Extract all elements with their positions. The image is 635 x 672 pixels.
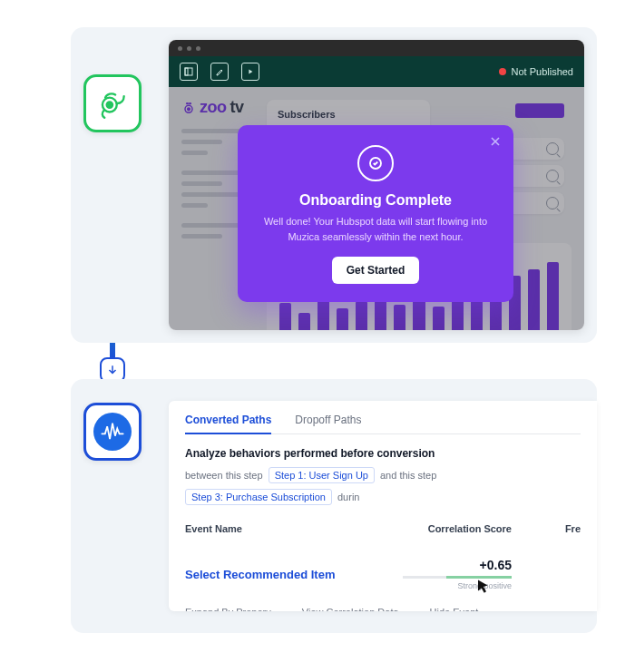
col-frequency: Fre [512,523,581,534]
cursor-icon [475,579,492,595]
close-icon[interactable] [488,134,503,149]
svg-rect-1 [185,68,188,75]
gauge-label: Strong positive [394,581,512,590]
tab-converted-paths[interactable]: Converted Paths [185,414,271,426]
filter-sentence: between this step Step 1: User Sign Up a… [185,467,581,505]
row-actions: Expand By Propery View Correlation Data … [185,607,581,611]
amplitude-app-badge [83,403,142,461]
step-chip-1[interactable]: Step 1: User Sign Up [269,467,375,483]
svg-point-6 [107,102,112,107]
sentence-text: and this step [380,470,436,481]
sentence-text: durin [337,492,359,502]
correlation-gauge [403,576,512,579]
publish-status: Not Published [499,66,574,77]
traffic-dot [196,46,200,51]
col-correlation-score: Correlation Score [394,523,512,534]
traffic-dot [187,46,191,51]
layout-icon[interactable] [180,63,198,81]
onboarding-modal: Onboarding Complete Well done! Your Hubs… [238,125,513,302]
get-started-button[interactable]: Get Started [332,257,420,284]
arrow-down-icon [106,364,119,376]
amplitude-icon [100,419,125,444]
play-icon[interactable] [241,63,259,81]
path-tabs: Converted Paths Dropoff Paths [185,414,581,434]
top-panel: Not Published zootv Subscribers [71,27,597,343]
score-value: +0.65 [394,558,512,572]
modal-body: Well done! Your Hubspot data will start … [258,214,493,244]
analysis-card: Converted Paths Dropoff Paths Analyze be… [169,401,597,611]
edit-icon[interactable] [210,63,229,81]
view-correlation-data-link[interactable]: View Correlation Data [302,607,399,611]
embedded-browser-window: Not Published zootv Subscribers [169,40,584,330]
analysis-subhead: Analyze behaviors performed before conve… [185,447,581,460]
status-text: Not Published [512,66,574,77]
chameleon-app-badge [83,74,142,132]
traffic-dot [178,46,182,51]
col-event-name: Event Name [185,523,394,534]
bottom-panel: Converted Paths Dropoff Paths Analyze be… [71,379,597,633]
app-body: zootv Subscribers [169,87,584,330]
editor-toolbar: Not Published [169,56,584,87]
table-header: Event Name Correlation Score Fre [185,523,581,534]
expand-by-property-link[interactable]: Expand By Propery [185,607,271,611]
modal-title: Onboarding Complete [258,192,493,209]
table-row[interactable]: Select Recommended Item +0.65 Strong pos… [185,558,581,590]
status-dot-icon [499,68,506,75]
window-titlebar [169,40,584,56]
hide-event-link[interactable]: Hide Event [430,607,479,611]
sentence-text: between this step [185,470,263,481]
chameleon-icon [95,86,130,121]
svg-rect-0 [185,68,192,75]
step-chip-2[interactable]: Step 3: Purchase Subscription [185,489,332,505]
event-name-cell: Select Recommended Item [185,568,394,581]
tab-dropoff-paths[interactable]: Dropoff Paths [295,414,361,426]
score-cell: +0.65 Strong positive [394,558,512,590]
check-ring-icon [357,145,394,181]
